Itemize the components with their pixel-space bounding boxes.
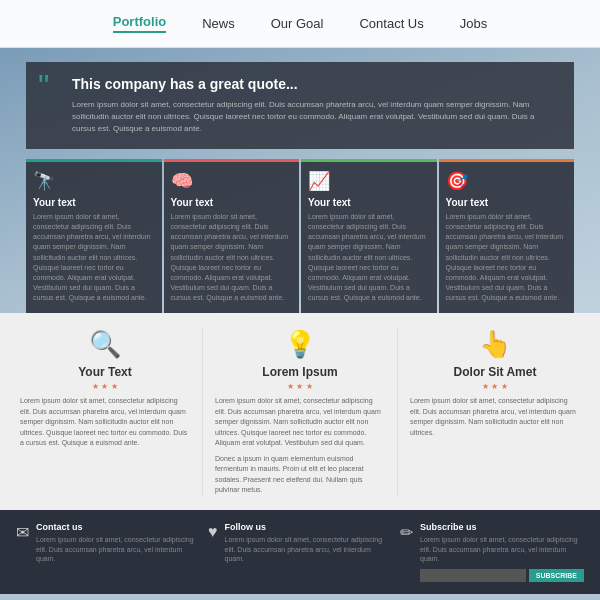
feature-1-stars: ★ ★ ★	[215, 382, 385, 391]
pencil-icon: ✏	[400, 523, 413, 542]
feature-0-stars: ★ ★ ★	[20, 382, 190, 391]
feature-2-title: Dolor Sit Amet	[410, 365, 580, 379]
hero-title: This company has a great quote...	[72, 76, 558, 92]
feature-0-title: Your Text	[20, 365, 190, 379]
card-2-bar	[301, 159, 437, 162]
card-3-text: Lorem ipsum dolor sit amet, consectetur …	[446, 212, 568, 303]
card-2-icon: 📈	[308, 170, 430, 192]
mail-icon: ✉	[16, 523, 29, 542]
subscribe-input[interactable]	[420, 569, 526, 582]
footer: ✉ Contact us Lorem ipsum dolor sit amet,…	[0, 510, 600, 594]
card-1-bar	[164, 159, 300, 162]
features-section: 🔍 Your Text ★ ★ ★ Lorem ipsum dolor sit …	[0, 313, 600, 510]
card-3: 🎯 Your text Lorem ipsum dolor sit amet, …	[439, 159, 575, 313]
card-2: 📈 Your text Lorem ipsum dolor sit amet, …	[301, 159, 437, 313]
follow-label: Follow us	[225, 522, 393, 532]
feature-2: 👆 Dolor Sit Amet ★ ★ ★ Lorem ipsum dolor…	[398, 329, 580, 438]
nav-news[interactable]: News	[202, 16, 235, 31]
card-0-icon: 🔭	[33, 170, 155, 192]
feature-1-icon: 💡	[215, 329, 385, 360]
hero-quote-box: " This company has a great quote... Lore…	[26, 62, 574, 149]
contact-label: Contact us	[36, 522, 200, 532]
feature-1: 💡 Lorem Ipsum ★ ★ ★ Lorem ipsum dolor si…	[203, 329, 397, 496]
footer-contact: ✉ Contact us Lorem ipsum dolor sit amet,…	[16, 522, 200, 564]
feature-1-extra: Donec a ipsum in quam elementum euismod …	[215, 454, 385, 496]
card-2-title: Your text	[308, 197, 430, 208]
card-3-icon: 🎯	[446, 170, 568, 192]
subscribe-label: Subscribe us	[420, 522, 584, 532]
feature-2-text: Lorem ipsum dolor sit amet, consectetur …	[410, 396, 580, 438]
nav-portfolio[interactable]: Portfolio	[113, 14, 166, 33]
card-1-title: Your text	[171, 197, 293, 208]
nav-contactus[interactable]: Contact Us	[359, 16, 423, 31]
card-1: 🧠 Your text Lorem ipsum dolor sit amet, …	[164, 159, 300, 313]
feature-1-text: Lorem ipsum dolor sit amet, consectetur …	[215, 396, 385, 449]
card-2-text: Lorem ipsum dolor sit amet, consectetur …	[308, 212, 430, 303]
card-1-icon: 🧠	[171, 170, 293, 192]
feature-0: 🔍 Your Text ★ ★ ★ Lorem ipsum dolor sit …	[20, 329, 202, 449]
contact-text: Lorem ipsum dolor sit amet, consectetur …	[36, 535, 200, 564]
feature-0-icon: 🔍	[20, 329, 190, 360]
follow-text: Lorem ipsum dolor sit amet, consectetur …	[225, 535, 393, 564]
navbar: Portfolio News Our Goal Contact Us Jobs	[0, 0, 600, 48]
top-section: " This company has a great quote... Lore…	[0, 48, 600, 313]
heart-icon: ♥	[208, 523, 218, 541]
card-1-text: Lorem ipsum dolor sit amet, consectetur …	[171, 212, 293, 303]
card-0-text: Lorem ipsum dolor sit amet, consectetur …	[33, 212, 155, 303]
feature-1-title: Lorem Ipsum	[215, 365, 385, 379]
card-3-title: Your text	[446, 197, 568, 208]
subscribe-button[interactable]: SUBSCRIBE	[529, 569, 584, 582]
nav-ourgoal[interactable]: Our Goal	[271, 16, 324, 31]
footer-subscribe: ✏ Subscribe us Lorem ipsum dolor sit ame…	[400, 522, 584, 582]
subscribe-subtext: Lorem ipsum dolor sit amet, consectetur …	[420, 535, 584, 564]
footer-follow: ♥ Follow us Lorem ipsum dolor sit amet, …	[208, 522, 392, 564]
feature-2-icon: 👆	[410, 329, 580, 360]
quote-mark-icon: "	[38, 70, 49, 102]
nav-jobs[interactable]: Jobs	[460, 16, 487, 31]
card-3-bar	[439, 159, 575, 162]
feature-0-text: Lorem ipsum dolor sit amet, consectetur …	[20, 396, 190, 449]
feature-2-stars: ★ ★ ★	[410, 382, 580, 391]
card-0-bar	[26, 159, 162, 162]
card-0: 🔭 Your text Lorem ipsum dolor sit amet, …	[26, 159, 162, 313]
cards-row: 🔭 Your text Lorem ipsum dolor sit amet, …	[26, 159, 574, 313]
card-0-title: Your text	[33, 197, 155, 208]
hero-text: Lorem ipsum dolor sit amet, consectetur …	[72, 99, 558, 135]
